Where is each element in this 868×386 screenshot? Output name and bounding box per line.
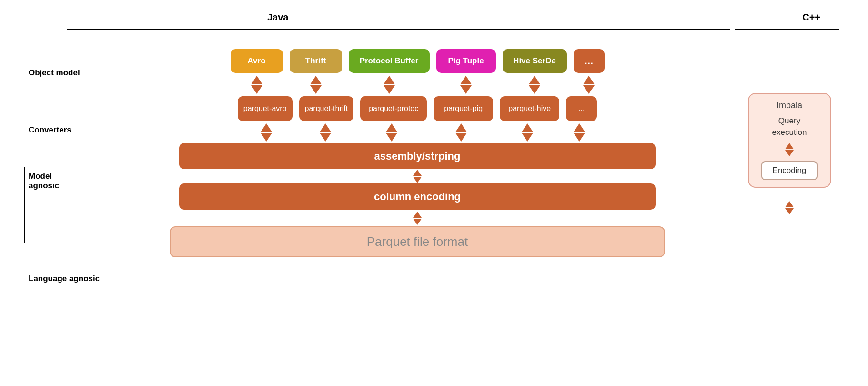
arrow-1 <box>231 76 283 94</box>
arrows-row-1 <box>231 74 605 95</box>
arrow-up-5 <box>529 76 540 84</box>
arrow-5 <box>503 76 567 94</box>
arrow-down-1 <box>251 85 262 94</box>
conv-avro: parquet-avro <box>238 96 293 121</box>
label-language-agnosic: Language agnosic <box>29 262 105 295</box>
arrow-c2 <box>299 123 352 142</box>
language-agnosic-bar: Parquet file format <box>170 226 665 257</box>
label-model-agnosic: Model agnosic <box>29 164 105 245</box>
arrow-down-4 <box>460 85 472 94</box>
arrow-c6 <box>564 123 595 142</box>
java-section: Avro Thrift Protocol Buffer Pig Tuple Hi… <box>105 43 730 257</box>
arrow-down-3 <box>384 85 395 94</box>
conv-pig: parquet-pig <box>434 96 493 121</box>
arrow-up-3 <box>384 76 395 84</box>
arrow-4 <box>436 76 496 94</box>
model-agnosic-bar <box>24 167 25 243</box>
assembly-bar: assembly/strping <box>179 143 656 169</box>
query-encoding-arrow <box>785 143 794 156</box>
impala-outer-box: Impala Query execution Encoding <box>748 93 831 188</box>
diagram-container: Java C++ Object model Converters <box>0 0 868 386</box>
cpp-header-label: C++ <box>802 12 820 23</box>
arrow-up-1 <box>251 76 262 84</box>
arrow-down-6 <box>583 85 595 94</box>
encoding-language-arrow <box>413 210 422 226</box>
obj-box-protobuf: Protocol Buffer <box>349 49 430 73</box>
obj-box-avro: Avro <box>231 49 283 73</box>
conv-thrift: parquet-thrift <box>299 96 354 121</box>
arrow-c3 <box>358 123 425 142</box>
arrow-up-4 <box>460 76 472 84</box>
obj-box-thrift: Thrift <box>290 49 342 73</box>
conv-hive: parquet-hive <box>500 96 559 121</box>
java-divider <box>67 29 730 30</box>
impala-language-arrow <box>785 188 794 228</box>
arrow-6 <box>574 76 605 94</box>
label-converters: Converters <box>29 117 105 143</box>
java-header-label: Java <box>267 12 289 23</box>
row-labels: Object model Converters Model agnosic La… <box>29 43 105 295</box>
query-execution-label: Query execution <box>772 115 807 138</box>
arrow-up-6 <box>583 76 595 84</box>
encoding-inner-box: Encoding <box>761 161 818 180</box>
obj-box-hive: Hive SerDe <box>503 49 567 73</box>
arrows-row-2 <box>240 122 595 143</box>
object-model-row: Avro Thrift Protocol Buffer Pig Tuple Hi… <box>231 48 605 74</box>
obj-box-dots: ... <box>574 49 605 73</box>
conv-dots: ... <box>566 96 597 121</box>
cpp-section: Impala Query execution Encoding <box>730 43 839 228</box>
arrow-up-2 <box>310 76 322 84</box>
arrow-3 <box>349 76 430 94</box>
obj-box-pig: Pig Tuple <box>436 49 496 73</box>
converters-row: parquet-avro parquet-thrift parquet-prot… <box>238 95 597 122</box>
impala-label: Impala <box>777 101 802 111</box>
cpp-divider <box>735 29 839 30</box>
arrow-down-2 <box>310 85 322 94</box>
conv-protoc: parquet-protoc <box>360 96 427 121</box>
label-object-model: Object model <box>29 50 105 95</box>
arrow-down-5 <box>529 85 540 94</box>
encoding-bar: column encoding <box>179 183 656 210</box>
arrow-c1 <box>240 123 293 142</box>
assembly-encoding-arrow <box>413 169 422 183</box>
arrow-2 <box>290 76 342 94</box>
arrow-c5 <box>498 123 557 142</box>
arrow-c4 <box>432 123 491 142</box>
